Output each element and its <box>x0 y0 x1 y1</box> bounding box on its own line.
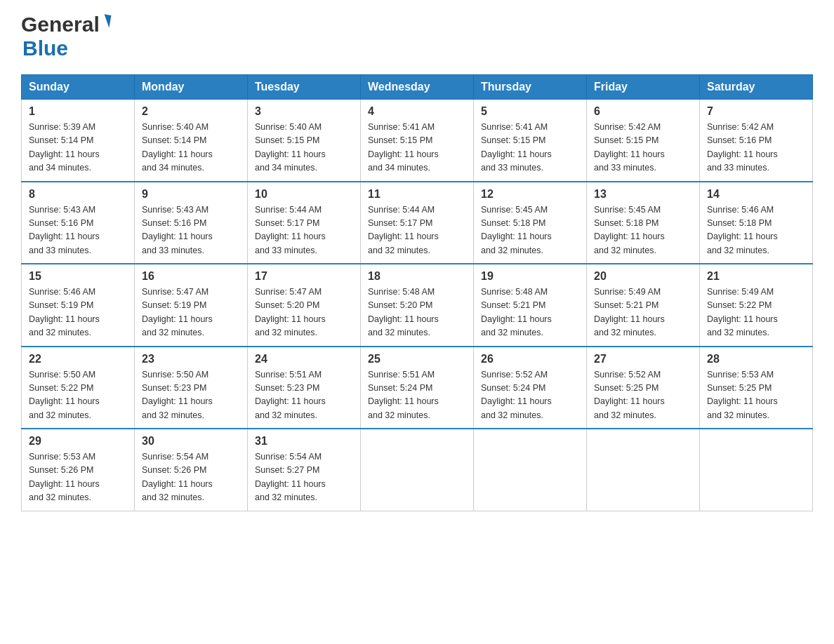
calendar-cell: 26 Sunrise: 5:52 AMSunset: 5:24 PMDaylig… <box>474 347 587 429</box>
calendar-cell: 19 Sunrise: 5:48 AMSunset: 5:21 PMDaylig… <box>474 264 587 347</box>
day-info: Sunrise: 5:46 AMSunset: 5:18 PMDaylight:… <box>707 205 778 255</box>
calendar-cell: 8 Sunrise: 5:43 AMSunset: 5:16 PMDayligh… <box>22 182 135 264</box>
calendar-cell: 30 Sunrise: 5:54 AMSunset: 5:26 PMDaylig… <box>135 429 248 511</box>
day-info: Sunrise: 5:43 AMSunset: 5:16 PMDaylight:… <box>29 205 100 255</box>
calendar-cell: 2 Sunrise: 5:40 AMSunset: 5:14 PMDayligh… <box>135 100 248 182</box>
calendar-cell <box>587 429 700 511</box>
calendar-header-friday: Friday <box>587 75 700 100</box>
day-info: Sunrise: 5:51 AMSunset: 5:23 PMDaylight:… <box>255 370 326 420</box>
calendar-cell: 28 Sunrise: 5:53 AMSunset: 5:25 PMDaylig… <box>700 347 813 429</box>
day-number: 18 <box>368 270 466 283</box>
calendar-header-saturday: Saturday <box>700 75 813 100</box>
calendar-cell: 7 Sunrise: 5:42 AMSunset: 5:16 PMDayligh… <box>700 100 813 182</box>
calendar-cell: 10 Sunrise: 5:44 AMSunset: 5:17 PMDaylig… <box>248 182 361 264</box>
calendar-header-tuesday: Tuesday <box>248 75 361 100</box>
day-number: 13 <box>594 188 692 201</box>
calendar-cell: 11 Sunrise: 5:44 AMSunset: 5:17 PMDaylig… <box>361 182 474 264</box>
calendar-cell: 13 Sunrise: 5:45 AMSunset: 5:18 PMDaylig… <box>587 182 700 264</box>
calendar-cell: 14 Sunrise: 5:46 AMSunset: 5:18 PMDaylig… <box>700 182 813 264</box>
day-info: Sunrise: 5:47 AMSunset: 5:19 PMDaylight:… <box>142 287 213 337</box>
calendar-cell: 24 Sunrise: 5:51 AMSunset: 5:23 PMDaylig… <box>248 347 361 429</box>
day-info: Sunrise: 5:45 AMSunset: 5:18 PMDaylight:… <box>594 205 665 255</box>
day-info: Sunrise: 5:52 AMSunset: 5:24 PMDaylight:… <box>481 370 552 420</box>
calendar-week-row: 29 Sunrise: 5:53 AMSunset: 5:26 PMDaylig… <box>22 429 813 511</box>
calendar-week-row: 22 Sunrise: 5:50 AMSunset: 5:22 PMDaylig… <box>22 347 813 429</box>
day-number: 5 <box>481 105 579 118</box>
day-number: 12 <box>481 188 579 201</box>
day-info: Sunrise: 5:40 AMSunset: 5:15 PMDaylight:… <box>255 122 326 173</box>
calendar-cell: 4 Sunrise: 5:41 AMSunset: 5:15 PMDayligh… <box>361 100 474 182</box>
logo-blue-text: Blue <box>22 36 68 60</box>
day-number: 2 <box>142 105 240 118</box>
logo-general-text: General <box>21 14 100 35</box>
day-number: 20 <box>594 270 692 283</box>
day-info: Sunrise: 5:54 AMSunset: 5:27 PMDaylight:… <box>255 452 326 502</box>
calendar-table: SundayMondayTuesdayWednesdayThursdayFrid… <box>21 74 813 511</box>
day-info: Sunrise: 5:53 AMSunset: 5:25 PMDaylight:… <box>707 370 778 420</box>
day-info: Sunrise: 5:41 AMSunset: 5:15 PMDaylight:… <box>368 122 439 173</box>
calendar-cell: 12 Sunrise: 5:45 AMSunset: 5:18 PMDaylig… <box>474 182 587 264</box>
day-number: 17 <box>255 270 353 283</box>
day-info: Sunrise: 5:44 AMSunset: 5:17 PMDaylight:… <box>255 205 326 255</box>
day-number: 9 <box>142 188 240 201</box>
calendar-cell: 23 Sunrise: 5:50 AMSunset: 5:23 PMDaylig… <box>135 347 248 429</box>
day-info: Sunrise: 5:49 AMSunset: 5:21 PMDaylight:… <box>594 287 665 337</box>
day-number: 24 <box>255 353 353 365</box>
calendar-week-row: 8 Sunrise: 5:43 AMSunset: 5:16 PMDayligh… <box>22 182 813 264</box>
day-info: Sunrise: 5:40 AMSunset: 5:14 PMDaylight:… <box>142 122 213 173</box>
day-number: 11 <box>368 188 466 201</box>
logo-line2: Blue <box>21 36 68 60</box>
calendar-week-row: 15 Sunrise: 5:46 AMSunset: 5:19 PMDaylig… <box>22 264 813 347</box>
calendar-cell: 5 Sunrise: 5:41 AMSunset: 5:15 PMDayligh… <box>474 100 587 182</box>
calendar-cell <box>474 429 587 511</box>
calendar-cell: 3 Sunrise: 5:40 AMSunset: 5:15 PMDayligh… <box>248 100 361 182</box>
day-number: 21 <box>707 270 805 283</box>
day-number: 27 <box>594 353 692 365</box>
day-info: Sunrise: 5:49 AMSunset: 5:22 PMDaylight:… <box>707 287 778 337</box>
calendar-cell: 31 Sunrise: 5:54 AMSunset: 5:27 PMDaylig… <box>248 429 361 511</box>
day-number: 10 <box>255 188 353 201</box>
calendar-cell: 18 Sunrise: 5:48 AMSunset: 5:20 PMDaylig… <box>361 264 474 347</box>
calendar-cell: 16 Sunrise: 5:47 AMSunset: 5:19 PMDaylig… <box>135 264 248 347</box>
day-info: Sunrise: 5:39 AMSunset: 5:14 PMDaylight:… <box>29 122 100 173</box>
day-number: 31 <box>255 435 353 448</box>
day-number: 1 <box>29 105 127 118</box>
day-number: 14 <box>707 188 805 201</box>
day-number: 6 <box>594 105 692 118</box>
day-number: 16 <box>142 270 240 283</box>
day-info: Sunrise: 5:42 AMSunset: 5:16 PMDaylight:… <box>707 122 778 173</box>
day-info: Sunrise: 5:46 AMSunset: 5:19 PMDaylight:… <box>29 287 100 337</box>
calendar-cell: 9 Sunrise: 5:43 AMSunset: 5:16 PMDayligh… <box>135 182 248 264</box>
day-info: Sunrise: 5:52 AMSunset: 5:25 PMDaylight:… <box>594 370 665 420</box>
calendar-cell <box>700 429 813 511</box>
page-header: General Blue <box>21 14 813 60</box>
calendar-header-wednesday: Wednesday <box>361 75 474 100</box>
day-info: Sunrise: 5:51 AMSunset: 5:24 PMDaylight:… <box>368 370 439 420</box>
calendar-cell: 21 Sunrise: 5:49 AMSunset: 5:22 PMDaylig… <box>700 264 813 347</box>
calendar-cell: 6 Sunrise: 5:42 AMSunset: 5:15 PMDayligh… <box>587 100 700 182</box>
calendar-header-thursday: Thursday <box>474 75 587 100</box>
calendar-cell: 27 Sunrise: 5:52 AMSunset: 5:25 PMDaylig… <box>587 347 700 429</box>
day-info: Sunrise: 5:50 AMSunset: 5:23 PMDaylight:… <box>142 370 213 420</box>
day-info: Sunrise: 5:44 AMSunset: 5:17 PMDaylight:… <box>368 205 439 255</box>
day-number: 22 <box>29 353 127 365</box>
day-number: 28 <box>707 353 805 365</box>
day-number: 19 <box>481 270 579 283</box>
day-number: 30 <box>142 435 240 448</box>
calendar-header-row: SundayMondayTuesdayWednesdayThursdayFrid… <box>22 75 813 100</box>
calendar-cell <box>361 429 474 511</box>
day-number: 15 <box>29 270 127 283</box>
logo-arrow-icon <box>102 14 111 27</box>
day-number: 8 <box>29 188 127 201</box>
calendar-header-sunday: Sunday <box>22 75 135 100</box>
day-info: Sunrise: 5:53 AMSunset: 5:26 PMDaylight:… <box>29 452 100 502</box>
day-info: Sunrise: 5:42 AMSunset: 5:15 PMDaylight:… <box>594 122 665 173</box>
calendar-header-monday: Monday <box>135 75 248 100</box>
calendar-cell: 17 Sunrise: 5:47 AMSunset: 5:20 PMDaylig… <box>248 264 361 347</box>
day-number: 23 <box>142 353 240 365</box>
day-info: Sunrise: 5:50 AMSunset: 5:22 PMDaylight:… <box>29 370 100 420</box>
day-info: Sunrise: 5:45 AMSunset: 5:18 PMDaylight:… <box>481 205 552 255</box>
day-info: Sunrise: 5:48 AMSunset: 5:21 PMDaylight:… <box>481 287 552 337</box>
day-number: 7 <box>707 105 805 118</box>
day-info: Sunrise: 5:54 AMSunset: 5:26 PMDaylight:… <box>142 452 213 502</box>
